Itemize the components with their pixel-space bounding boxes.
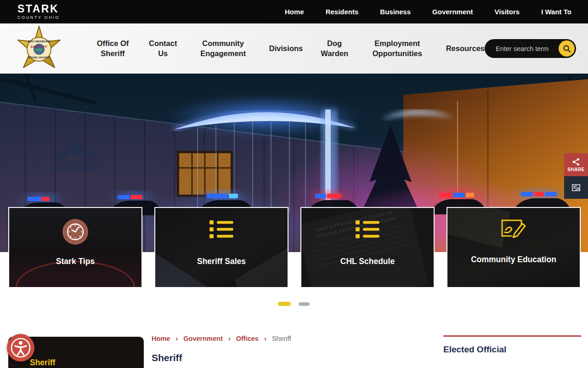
breadcrumb-home[interactable]: Home bbox=[152, 335, 170, 342]
card-label: CHL Schedule bbox=[301, 257, 434, 266]
svg-text:HALL FAME: HALL FAME bbox=[54, 164, 98, 172]
nav-dog-warden[interactable]: Dog Warden bbox=[320, 39, 349, 59]
elected-official-heading: Elected Official bbox=[443, 345, 506, 355]
clock-icon bbox=[62, 219, 88, 245]
county-logo[interactable]: STARK COUNTY OHIO bbox=[17, 4, 60, 20]
breadcrumb-government[interactable]: Government bbox=[183, 335, 222, 342]
breadcrumb-offices[interactable]: Offices bbox=[236, 335, 259, 342]
share-button[interactable]: SHARE bbox=[564, 153, 588, 176]
search-bar bbox=[485, 39, 576, 58]
nav-resources[interactable]: Resources bbox=[446, 44, 485, 54]
breadcrumb-separator: › bbox=[264, 334, 266, 342]
carousel-dot[interactable] bbox=[299, 302, 310, 306]
card-label: Stark Tips bbox=[9, 257, 141, 266]
department-nav-items: Office Of Sheriff Contact Us Community E… bbox=[94, 39, 485, 59]
share-label: SHARE bbox=[567, 167, 585, 172]
search-input[interactable] bbox=[496, 45, 559, 52]
star-badge-icon: ERIC WEISBURN SHERIFF STARK COUNTY bbox=[18, 26, 60, 68]
share-rail: SHARE A bbox=[564, 153, 588, 199]
county-logo-tagline: COUNTY OHIO bbox=[17, 16, 60, 20]
breadcrumb-current: Sheriff bbox=[272, 335, 291, 342]
accessibility-icon bbox=[9, 336, 32, 359]
nav-community-engagement[interactable]: Community Engagement bbox=[194, 39, 251, 59]
svg-text:A: A bbox=[577, 186, 580, 190]
top-nav: Home Residents Business Government Visit… bbox=[285, 8, 571, 16]
breadcrumb-separator: › bbox=[228, 334, 231, 342]
nav-employment-opportunities[interactable]: Employment Opportunities bbox=[366, 39, 429, 59]
list-icon bbox=[209, 219, 234, 240]
svg-text:ERIC WEISBURN: ERIC WEISBURN bbox=[28, 40, 51, 43]
card-chl-schedule[interactable]: Ohio Fifth District Court of Appeals Doc… bbox=[300, 207, 435, 288]
quick-link-cards: Stark Tips Sheriff Sales Ohio Fifth Dist… bbox=[8, 207, 581, 288]
top-nav-business[interactable]: Business bbox=[380, 8, 411, 16]
top-nav-i-want-to[interactable]: I Want To bbox=[541, 8, 571, 16]
card-stark-tips[interactable]: Stark Tips bbox=[8, 207, 142, 288]
nav-contact-us[interactable]: Contact Us bbox=[149, 39, 177, 59]
nav-office-of-sheriff[interactable]: Office Of Sheriff bbox=[94, 39, 131, 59]
top-nav-residents[interactable]: Residents bbox=[326, 8, 359, 16]
card-label: Sheriff Sales bbox=[155, 257, 288, 266]
breadcrumb: Home › Government › Offices › Sheriff bbox=[152, 334, 291, 342]
list-icon bbox=[355, 219, 380, 240]
translate-icon: A bbox=[571, 183, 581, 193]
svg-text:SHERIFF: SHERIFF bbox=[31, 45, 48, 48]
carousel-dot-active[interactable] bbox=[278, 302, 291, 306]
county-logo-name: STARK bbox=[17, 4, 60, 14]
nav-divisions[interactable]: Divisions bbox=[269, 44, 303, 54]
card-community-education[interactable]: Community Education bbox=[447, 207, 581, 288]
accessibility-button[interactable] bbox=[7, 334, 34, 362]
translate-button[interactable]: A bbox=[564, 176, 588, 199]
svg-text:STARK COUNTY: STARK COUNTY bbox=[28, 56, 50, 59]
side-menu-item-sheriff[interactable]: Sheriff bbox=[30, 358, 55, 368]
top-nav-visitors[interactable]: Visitors bbox=[494, 8, 520, 16]
sheriff-badge-logo[interactable]: ERIC WEISBURN SHERIFF STARK COUNTY bbox=[11, 25, 67, 76]
carousel-indicators bbox=[278, 302, 310, 306]
share-icon bbox=[572, 158, 580, 166]
card-label: Community Education bbox=[447, 255, 580, 264]
breadcrumb-separator: › bbox=[175, 334, 178, 342]
top-nav-home[interactable]: Home bbox=[285, 8, 304, 16]
search-button[interactable] bbox=[559, 40, 575, 57]
department-nav-bar: ERIC WEISBURN SHERIFF STARK COUNTY Offic… bbox=[0, 23, 588, 74]
svg-text:PRO FOOTBALL: PRO FOOTBALL bbox=[60, 160, 91, 163]
card-sheriff-sales[interactable]: Sheriff Sales bbox=[154, 207, 288, 288]
section-divider bbox=[443, 335, 581, 337]
top-utility-bar: STARK COUNTY OHIO Home Residents Busines… bbox=[0, 0, 588, 23]
page: STARK COUNTY OHIO Home Residents Busines… bbox=[0, 0, 588, 368]
top-nav-government[interactable]: Government bbox=[432, 8, 473, 16]
edit-icon bbox=[501, 217, 526, 239]
page-title: Sheriff bbox=[152, 352, 182, 363]
search-icon bbox=[562, 44, 571, 53]
